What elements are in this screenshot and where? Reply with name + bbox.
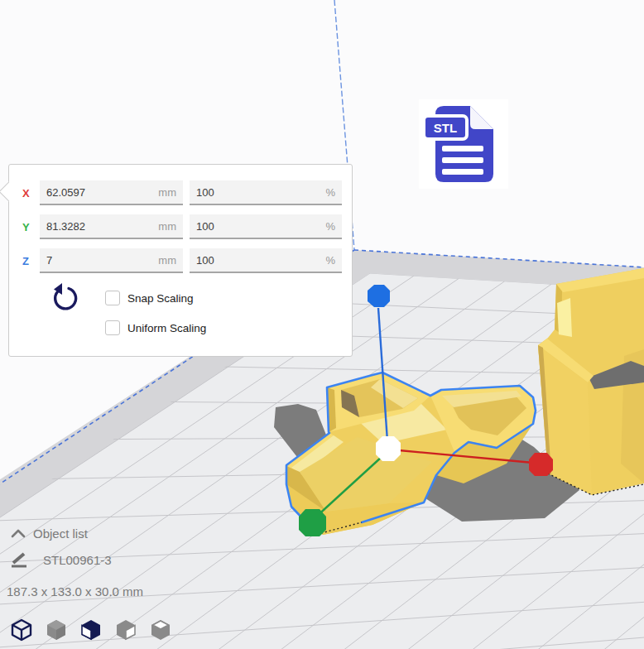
cube-right-face-icon (114, 618, 137, 642)
cube-top-face-icon (149, 618, 172, 642)
stl-document-lines (442, 146, 483, 175)
stl-badge-label: STL (434, 121, 457, 135)
scale-row-z: Z mm % (9, 248, 352, 273)
model-dimensions: 187.3 x 133.0 x 30.0 mm (7, 584, 143, 599)
camera-view-toolbar (10, 618, 172, 642)
center-scale-handle[interactable] (376, 436, 401, 461)
collapse-chevron-icon[interactable] (10, 527, 28, 539)
scale-x-percent-input[interactable] (196, 186, 320, 199)
x-axis-label: X (22, 187, 40, 200)
y-axis-label: Y (22, 221, 40, 233)
scale-row-x: X mm % (9, 180, 352, 205)
y-scale-handle[interactable] (299, 509, 326, 536)
y-percent-unit: % (325, 220, 335, 233)
x-percent-unit: % (325, 186, 335, 199)
view-top-button[interactable] (79, 618, 103, 642)
scale-tool-panel: X mm % Y mm % Z mm % Snap Scaling Unifor… (8, 164, 353, 357)
view-left-side-button[interactable] (114, 618, 137, 642)
uniform-scaling-label: Uniform Scaling (127, 322, 206, 334)
stl-document-fold (470, 106, 493, 129)
snap-scaling-checkbox[interactable] (105, 291, 120, 305)
scale-x-mm-input[interactable] (46, 186, 153, 199)
cura-viewport: { "scale_panel": { "axes": [ {"label": "… (0, 0, 644, 649)
reset-scale-button[interactable] (50, 282, 79, 315)
y-mm-unit: mm (158, 220, 176, 233)
scale-y-mm-input[interactable] (46, 220, 153, 233)
scale-y-percent-input[interactable] (196, 220, 320, 233)
z-percent-unit: % (325, 254, 335, 267)
object-list-header[interactable]: Object list (33, 526, 88, 541)
cube-outline-icon (10, 618, 33, 642)
view-right-side-button[interactable] (149, 618, 172, 642)
scale-row-y: Y mm % (9, 214, 352, 239)
snap-scaling-label: Snap Scaling (127, 292, 194, 305)
snap-scaling-row: Snap Scaling (105, 291, 194, 305)
view-3d-button[interactable] (10, 618, 33, 642)
uniform-scaling-row: Uniform Scaling (105, 320, 206, 335)
printable-object-icon (10, 551, 30, 568)
cube-front-face-icon (79, 618, 103, 642)
z-axis-label: Z (22, 255, 40, 267)
object-list-item[interactable]: STL00961-3 (43, 553, 112, 567)
x-scale-handle[interactable] (529, 453, 553, 476)
scale-z-percent-input[interactable] (196, 254, 320, 267)
z-scale-handle[interactable] (368, 285, 390, 307)
stl-file-icon: STL (419, 99, 508, 189)
z-mm-unit: mm (158, 254, 176, 267)
view-front-button[interactable] (45, 618, 68, 642)
cube-solid-icon (45, 618, 68, 642)
uniform-scaling-checkbox[interactable] (105, 320, 120, 335)
x-mm-unit: mm (158, 186, 176, 199)
scale-z-mm-input[interactable] (46, 254, 153, 267)
